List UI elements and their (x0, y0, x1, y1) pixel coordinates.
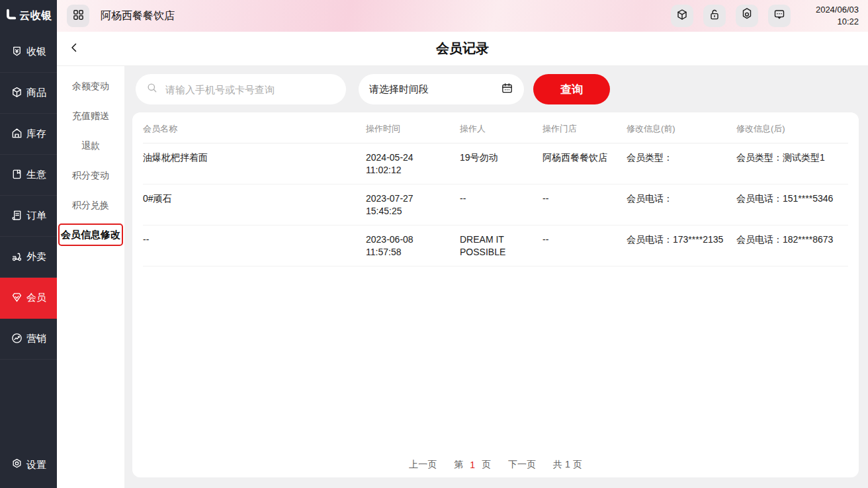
marketing-trend-icon (11, 332, 23, 346)
submenu-item-recharge-gift[interactable]: 充值赠送 (57, 101, 124, 131)
settings-button[interactable] (736, 5, 758, 27)
submenu-item-label: 充值赠送 (72, 110, 109, 122)
sidebar-item-members[interactable]: 会员 (0, 278, 57, 319)
query-button[interactable]: 查询 (533, 74, 610, 104)
sidebar-item-label: 订单 (26, 210, 46, 222)
submenu-item-label: 余额变动 (72, 81, 109, 93)
primary-sidebar: 云收银 收银 商品 库存 (0, 0, 57, 488)
sidebar-item-label: 外卖 (26, 251, 46, 263)
gear-icon (11, 458, 23, 472)
operate-time-cell: 2024-05-24 11:02:12 (366, 143, 460, 184)
submenu-item-label: 积分变动 (72, 170, 109, 182)
operator-cell: 19号勿动 (460, 143, 542, 184)
column-header: 操作时间 (366, 112, 460, 143)
member-name-cell: -- (143, 225, 366, 266)
sidebar-item-orders[interactable]: 订单 (0, 196, 57, 237)
sidebar-item-label: 库存 (26, 128, 46, 140)
gear-nut-icon (740, 8, 754, 24)
topbar-actions: 2024/06/03 10:22 (671, 4, 868, 27)
store-cell: -- (542, 225, 627, 266)
submenu-item-member-info-edit[interactable]: 会员信息修改 (57, 220, 124, 250)
messages-button[interactable] (768, 5, 791, 27)
search-input[interactable] (164, 83, 335, 96)
page-indicator: 第 1 页 (454, 459, 491, 471)
back-button[interactable] (62, 32, 86, 65)
page-label-after: 页 (482, 459, 491, 471)
store-cell: 阿杨西餐餐饮店 (542, 143, 627, 184)
next-page-button[interactable]: 下一页 (508, 459, 536, 471)
total-pages-text: 共 1 页 (553, 459, 582, 471)
app-logo: 云收银 (0, 0, 57, 32)
operate-time-cell: 2023-06-08 11:57:58 (366, 225, 460, 266)
sidebar-item-takeout[interactable]: 外卖 (0, 237, 57, 278)
date-range-field[interactable]: 请选择时间段 (359, 74, 524, 104)
time-text: 10:22 (804, 16, 859, 28)
search-field[interactable] (136, 74, 346, 104)
sidebar-item-label: 会员 (26, 292, 46, 304)
records-table-card: 会员名称 操作时间 操作人 操作门店 修改信息(前) 修改信息(后) 油爆枇杷拌… (132, 112, 859, 477)
table-header-row: 会员名称 操作时间 操作人 操作门店 修改信息(前) 修改信息(后) (143, 112, 848, 143)
page-title: 会员记录 (436, 40, 489, 58)
member-name-cell: 油爆枇杷拌着面 (143, 143, 366, 184)
store-cell: -- (542, 184, 627, 225)
delivery-scooter-icon (11, 250, 23, 264)
sidebar-item-goods[interactable]: 商品 (0, 73, 57, 114)
operate-time-cell: 2023-07-27 15:45:25 (366, 184, 460, 225)
goods-box-icon (11, 86, 23, 101)
sidebar-item-label: 收银 (26, 46, 46, 58)
submenu-item-refund[interactable]: 退款 (57, 131, 124, 161)
apps-grid-button[interactable] (67, 5, 89, 27)
datetime-display: 2024/06/03 10:22 (804, 4, 859, 27)
column-header: 会员名称 (143, 112, 366, 143)
pagination: 上一页 第 1 页 下一页 共 1 页 (132, 459, 859, 471)
info-after-cell: 会员电话：151****5346 (736, 184, 848, 225)
sidebar-item-marketing[interactable]: 营销 (0, 319, 57, 360)
operator-cell: -- (460, 184, 542, 225)
package-button[interactable] (671, 5, 693, 27)
page-header: 会员记录 (57, 32, 868, 66)
submenu-item-points-change[interactable]: 积分变动 (57, 161, 124, 190)
sidebar-item-business[interactable]: 生意 (0, 155, 57, 196)
date-range-placeholder: 请选择时间段 (369, 83, 501, 96)
submenu-item-balance-changes[interactable]: 余额变动 (57, 71, 124, 101)
order-list-icon (11, 209, 23, 224)
logo-icon (5, 9, 17, 23)
filter-bar: 请选择时间段 查询 (136, 74, 610, 104)
info-before-cell: 会员类型： (627, 143, 736, 184)
submenu-item-label: 会员信息修改 (61, 229, 120, 241)
submenu-item-points-redeem[interactable]: 积分兑换 (57, 190, 124, 220)
prev-page-button[interactable]: 上一页 (409, 459, 437, 471)
store-name: 阿杨西餐餐饮店 (101, 9, 175, 23)
column-header: 修改信息(后) (736, 112, 848, 143)
info-before-cell: 会员电话： (627, 184, 736, 225)
member-name-cell: 0#顽石 (143, 184, 366, 225)
warehouse-icon (11, 127, 23, 142)
member-badge-icon (11, 291, 23, 305)
calendar-icon (501, 82, 513, 97)
sidebar-item-inventory[interactable]: 库存 (0, 114, 57, 155)
column-header: 操作门店 (542, 112, 627, 143)
current-page-number[interactable]: 1 (470, 460, 475, 470)
logo-text: 云收银 (19, 9, 52, 23)
table-row: 0#顽石 2023-07-27 15:45:25 -- -- 会员电话： 会员电… (143, 184, 848, 225)
lock-open-icon (708, 8, 721, 24)
column-header: 操作人 (460, 112, 542, 143)
info-after-cell: 会员电话：182****8673 (736, 225, 848, 266)
date-text: 2024/06/03 (804, 4, 859, 16)
sidebar-item-label: 设置 (26, 459, 46, 471)
sidebar-item-cashier[interactable]: 收银 (0, 32, 57, 73)
lock-button[interactable] (703, 5, 726, 27)
sidebar-item-label: 营销 (26, 333, 46, 345)
sidebar-item-label: 商品 (26, 87, 46, 99)
grid-icon (72, 9, 85, 24)
table-row: -- 2023-06-08 11:57:58 DREAM IT POSSIBLE… (143, 225, 848, 266)
sidebar-item-settings[interactable]: 设置 (0, 447, 57, 483)
package-cube-icon (675, 8, 689, 24)
cashier-icon (11, 45, 23, 60)
submenu-item-label: 退款 (81, 140, 100, 152)
info-after-cell: 会员类型：测试类型1 (736, 143, 848, 184)
chevron-left-icon (69, 42, 79, 56)
top-bar: 阿杨西餐餐饮店 (57, 0, 868, 32)
column-header: 修改信息(前) (627, 112, 736, 143)
secondary-sidebar: 余额变动 充值赠送 退款 积分变动 积分兑换 会员信息修改 (57, 66, 124, 488)
